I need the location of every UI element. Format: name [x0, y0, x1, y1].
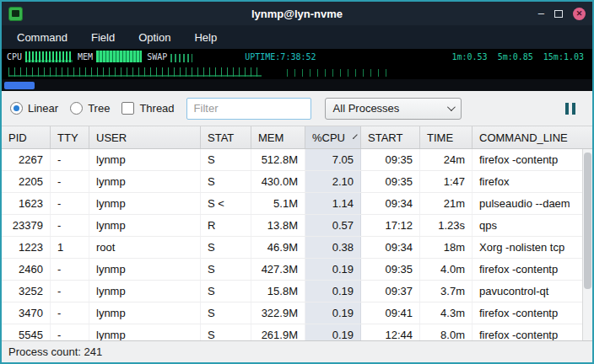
cell-tty: -	[51, 149, 89, 170]
cell-cpu: 0.19	[305, 324, 361, 340]
app-icon	[8, 7, 23, 21]
monitor-row-1: CPU MEM SWAP UPTIME:7:38:52 1m:0.53 5m:0…	[2, 49, 592, 64]
cell-user: root	[89, 237, 201, 258]
chevron-down-icon	[447, 103, 456, 111]
table-row[interactable]: 3252 - lynmp S 15.8M 0.19 09:37 3.7m pav…	[2, 281, 592, 302]
scrollbar-thumb[interactable]	[584, 153, 591, 289]
col-user[interactable]: USER	[89, 126, 201, 148]
process-table: PID TTY USER STAT MEM %CPU START TIME CO…	[2, 126, 592, 340]
cell-cpu: 0.38	[305, 237, 361, 258]
vertical-scrollbar[interactable]	[582, 149, 592, 340]
table-row[interactable]: 1623 - lynmp S < 5.1M 1.14 09:34 21m pul…	[2, 193, 592, 215]
cell-pid: 5545	[2, 324, 51, 340]
cell-pid: 3470	[2, 302, 51, 324]
cell-user: lynmp	[89, 302, 201, 324]
restore-button[interactable]	[554, 10, 563, 18]
process-count-text: Process count: 241	[8, 345, 102, 358]
cpu-graph	[25, 51, 73, 62]
cell-mem: 322.9M	[251, 302, 305, 324]
menu-option[interactable]: Option	[127, 25, 182, 49]
process-scope-value: All Processes	[333, 102, 447, 115]
cell-tty: -	[51, 324, 89, 340]
cell-tty: -	[51, 193, 89, 214]
cell-time: 18m	[420, 237, 472, 258]
col-cpu-label: %CPU	[312, 131, 345, 144]
cell-mem: 512.8M	[251, 149, 305, 170]
system-monitor-graph: CPU MEM SWAP UPTIME:7:38:52 1m:0.53 5m:0…	[2, 49, 592, 79]
statusbar: Process count: 241	[2, 340, 592, 362]
menubar: Command Field Option Help	[2, 25, 592, 49]
tree-radio-group[interactable]: Tree	[70, 102, 110, 115]
table-row[interactable]: 2460 - lynmp S 427.3M 0.19 09:35 4.0m fi…	[2, 259, 592, 281]
cell-user: lynmp	[89, 171, 201, 192]
swap-label: SWAP	[147, 52, 167, 62]
col-command-line[interactable]: COMMAND_LINE	[472, 126, 592, 148]
cell-time: 1.23s	[420, 215, 472, 236]
cell-pid: 1223	[2, 237, 51, 258]
cell-stat: S <	[201, 193, 251, 214]
close-button[interactable]: ✕	[573, 8, 586, 20]
cell-stat: S	[201, 324, 251, 340]
cell-command-line: firefox -contentp	[472, 324, 592, 340]
cell-user: lynmp	[89, 215, 201, 236]
linear-radio[interactable]	[10, 102, 23, 115]
menu-help[interactable]: Help	[182, 25, 229, 49]
col-start[interactable]: START	[361, 126, 420, 148]
cell-stat: S	[201, 259, 251, 280]
monitor-row-2	[2, 64, 592, 79]
cell-tty: 1	[51, 237, 89, 258]
tree-radio[interactable]	[70, 102, 83, 115]
cell-mem: 5.1M	[251, 193, 305, 214]
cell-tty: -	[51, 259, 89, 280]
titlebar[interactable]: lynmp@lyn-nvme – ✕	[2, 2, 592, 25]
table-body: 2267 - lynmp S 512.8M 7.05 09:35 24m fir…	[2, 149, 592, 340]
cell-time: 3.7m	[420, 281, 472, 302]
cell-mem: 13.8M	[251, 215, 305, 236]
cell-mem: 430.0M	[251, 171, 305, 192]
cell-cpu: 1.14	[305, 193, 361, 214]
minimize-button[interactable]: –	[538, 9, 544, 18]
table-row[interactable]: 2205 - lynmp S 430.0M 2.10 09:35 1:47 fi…	[2, 171, 592, 193]
table-row[interactable]: 23379 - lynmp R 13.8M 0.57 17:12 1.23s q…	[2, 215, 592, 237]
thread-checkbox[interactable]	[122, 102, 134, 115]
process-scope-dropdown[interactable]: All Processes	[325, 98, 462, 120]
cell-tty: -	[51, 302, 89, 324]
cell-stat: S	[201, 149, 251, 170]
cell-tty: -	[51, 171, 89, 192]
app-window: lynmp@lyn-nvme – ✕ Command Field Option …	[0, 0, 594, 364]
cell-start: 09:35	[361, 259, 420, 280]
thread-checkbox-group[interactable]: Thread	[122, 102, 174, 115]
table-row[interactable]: 3470 - lynmp S 322.9M 0.19 09:41 4.3m fi…	[2, 302, 592, 324]
cell-start: 09:37	[361, 281, 420, 302]
cell-cpu: 0.19	[305, 281, 361, 302]
col-cpu[interactable]: %CPU	[305, 126, 361, 148]
menu-field[interactable]: Field	[79, 25, 127, 49]
uptime-text: UPTIME:7:38:52	[245, 52, 316, 62]
menu-command[interactable]: Command	[5, 25, 79, 49]
cell-pid: 23379	[2, 215, 51, 236]
cell-tty: -	[51, 215, 89, 236]
cell-command-line: qps	[472, 215, 592, 236]
cell-tty: -	[51, 281, 89, 302]
col-pid[interactable]: PID	[2, 126, 51, 148]
col-mem[interactable]: MEM	[251, 126, 305, 148]
table-row[interactable]: 2267 - lynmp S 512.8M 7.05 09:35 24m fir…	[2, 149, 592, 171]
cell-cpu: 7.05	[305, 149, 361, 170]
graph-page-indicator[interactable]	[4, 82, 35, 89]
pause-icon	[565, 103, 569, 115]
cell-user: lynmp	[89, 193, 201, 214]
col-time[interactable]: TIME	[420, 126, 472, 148]
cell-command-line: Xorg -nolisten tcp	[472, 237, 592, 258]
col-tty[interactable]: TTY	[51, 126, 89, 148]
col-stat[interactable]: STAT	[201, 126, 251, 148]
cell-time: 24m	[420, 149, 472, 170]
table-row[interactable]: 5545 - lynmp S 261.9M 0.19 12:44 8.0m fi…	[2, 324, 592, 340]
filter-input[interactable]	[186, 98, 311, 120]
cell-pid: 2460	[2, 259, 51, 280]
cell-user: lynmp	[89, 259, 201, 280]
cell-start: 09:35	[361, 171, 420, 192]
linear-radio-group[interactable]: Linear	[10, 102, 58, 115]
cell-command-line: firefox -contentp	[472, 302, 592, 324]
table-row[interactable]: 1223 1 root S 46.9M 0.38 09:34 18m Xorg …	[2, 237, 592, 259]
pause-button[interactable]	[562, 99, 579, 118]
